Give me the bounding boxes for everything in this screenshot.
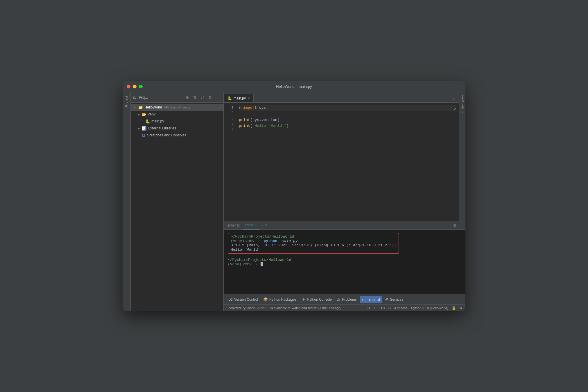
services-label: Services <box>390 297 403 302</box>
scratch-icon: 🗒 <box>142 133 146 138</box>
status-line-ending[interactable]: LF <box>374 306 378 310</box>
check-mark: ✓ <box>453 105 457 113</box>
bottom-toolbar: ⎇ Version Control 📦 Python Packages ≫ Py… <box>224 294 465 304</box>
terminal-content[interactable]: ~/PycharmProjects/HelloWorld (venv) venv… <box>224 230 465 294</box>
toolbar-hide-icon[interactable]: — <box>215 95 221 100</box>
line-num-3: 3 <box>224 116 234 122</box>
version-control-button[interactable]: ⎇ Version Control <box>226 296 260 303</box>
titlebar: HelloWorld – main.py <box>123 81 465 92</box>
problems-button[interactable]: ⚠ Problems <box>335 296 359 303</box>
editor-area: 🐍 main.py ✕ ⋮ 1 2 <box>224 92 459 221</box>
project-panel: 🗂 Proj... ⊕ ⇅ ⇄ ⚙ — ▾ 📁 HelloWorld ~/Pyc… <box>131 92 224 311</box>
term-path-2: ~/PycharmProjects/HelloWorld <box>228 258 461 262</box>
status-python[interactable]: Python 3.10 (HelloWorld) <box>411 306 448 310</box>
var-sys: sys <box>252 117 259 123</box>
term-cmd-file: main.py <box>282 239 298 243</box>
folder-venv-icon: 📂 <box>142 112 146 117</box>
terminal-button[interactable]: ▭ Terminal <box>360 296 382 303</box>
terminal-icon: ▭ <box>362 297 365 302</box>
line-num-1: 1 <box>224 105 234 111</box>
tree-item-extlibs-label: External Libraries <box>148 126 176 130</box>
sidebar-strip: Project <box>123 92 131 311</box>
tree-item-scratches-label: Scratches and Consoles <box>147 133 187 137</box>
toolbar-expand-icon[interactable]: ⇄ <box>200 95 205 100</box>
tree-chevron-extlibs: ▶ <box>138 127 142 130</box>
python-packages-icon: 📦 <box>263 297 268 302</box>
tree-chevron-root: ▾ <box>134 106 138 109</box>
status-settings-icon[interactable]: ⚙ <box>459 306 462 310</box>
code-line-1: ▶ import sys <box>239 105 456 111</box>
tab-mainpy[interactable]: 🐍 main.py ✕ <box>224 94 254 102</box>
terminal-output-block: ~/PycharmProjects/HelloWorld (venv) venv… <box>228 233 399 254</box>
code-editor[interactable]: ▶ import sys print ( sys . <box>235 103 459 221</box>
py-file-icon: 🐍 <box>145 119 150 124</box>
project-name: HelloWorld <box>144 105 162 109</box>
services-button[interactable]: ◎ Services <box>383 296 406 303</box>
toolbar-sort-icon[interactable]: ⇅ <box>192 95 198 100</box>
toolbar-settings-icon[interactable]: ⚙ <box>207 95 213 100</box>
var-version: version <box>261 117 277 123</box>
notifications-strip: Notifications <box>459 92 465 221</box>
python-console-label: Python Console <box>307 297 332 302</box>
tree-item-extlibs[interactable]: ▶ 📊 External Libraries <box>131 125 223 132</box>
status-encoding[interactable]: UTF-8 <box>381 306 391 310</box>
tree-item-root[interactable]: ▾ 📁 HelloWorld ~/PycharmProjects <box>131 104 223 111</box>
toolbar-add-icon[interactable]: ⊕ <box>185 95 190 100</box>
tree-item-venv[interactable]: ▶ 📂 venv <box>131 111 223 118</box>
status-bar: Localized PyCharm 2022.1.3 is available … <box>224 304 465 311</box>
term-arrow-2: › <box>253 262 259 266</box>
main-area: Project 🗂 Proj... ⊕ ⇅ ⇄ ⚙ — ▾ 📁 HelloWor… <box>123 92 465 311</box>
term-venv-name-2: venv <box>243 262 252 266</box>
term-output-1: 3.10.5 (main, Jul 11 2022, 17:13:07) [Cl… <box>231 243 396 247</box>
line-num-2: 2 <box>224 111 234 116</box>
status-indent[interactable]: 4 spaces <box>394 306 408 310</box>
maximize-button[interactable] <box>139 85 143 88</box>
term-session-2: ~/PycharmProjects/HelloWorld (venv) venv… <box>228 258 461 266</box>
import-sys: sys <box>259 105 266 111</box>
tree-item-mainpy-label: main.py <box>151 119 164 123</box>
tree-chevron-venv: ▶ <box>138 113 142 116</box>
terminal-add-button[interactable]: + <box>259 223 265 228</box>
status-lock-icon[interactable]: 🔒 <box>452 306 456 310</box>
tab-close-button[interactable]: ✕ <box>248 97 250 100</box>
terminal-tab-close[interactable]: ✕ <box>254 223 257 227</box>
python-packages-label: Python Packages <box>269 297 296 302</box>
code-line-4: print ( "Hello, World!" ) <box>239 123 456 129</box>
notifications-label: Notifications <box>461 95 464 113</box>
tab-icon: 🐍 <box>227 96 232 100</box>
terminal-tab-local[interactable]: Local ✕ <box>243 221 259 229</box>
minimize-button[interactable] <box>133 85 137 88</box>
python-console-button[interactable]: ≫ Python Console <box>299 296 334 303</box>
terminal-tab-local-label: Local <box>245 223 253 227</box>
tree-item-venv-label: venv <box>148 112 155 116</box>
run-arrow-icon: ▶ <box>239 105 241 111</box>
term-venv-prefix: (venv) <box>231 239 244 243</box>
python-packages-button[interactable]: 📦 Python Packages <box>261 296 299 303</box>
bottom-section: Terminal: Local ✕ + ▾ ⚙ — <box>224 221 465 311</box>
tabs-actions: ⋮ <box>451 97 459 102</box>
term-venv-prefix-2: (venv) <box>228 262 241 266</box>
tree-item-mainpy[interactable]: 🐍 main.py <box>131 118 223 125</box>
terminal-settings-icon[interactable]: ⚙ <box>453 223 457 228</box>
fn-print-2: print <box>239 123 250 129</box>
version-control-icon: ⎇ <box>228 297 233 302</box>
editor-content: 1 2 3 4 5 ▶ import sys <box>224 103 459 221</box>
editor-tabs: 🐍 main.py ✕ ⋮ <box>224 92 459 103</box>
project-toolbar: 🗂 Proj... ⊕ ⇅ ⇄ ⚙ — <box>131 92 223 103</box>
str-hello: "Hello, World!" <box>252 123 286 129</box>
status-position[interactable]: 5:1 <box>366 306 370 310</box>
close-button[interactable] <box>127 85 130 88</box>
more-tabs-icon[interactable]: ⋮ <box>451 97 457 102</box>
project-tree: ▾ 📁 HelloWorld ~/PycharmProjects ▶ 📂 ven… <box>131 103 223 311</box>
term-path-1: ~/PycharmProjects/HelloWorld <box>231 234 396 239</box>
folder-icon: 📁 <box>138 105 143 110</box>
status-message: Localized PyCharm 2022.1.3 is available … <box>227 306 342 310</box>
terminal-label-btn: Terminal <box>367 297 380 302</box>
tree-item-scratches[interactable]: 🗒 Scratches and Consoles <box>131 132 223 139</box>
terminal-hide-icon[interactable]: — <box>459 223 463 228</box>
term-cmd-python: python <box>263 239 277 243</box>
terminal-dropdown-button[interactable]: ▾ <box>265 223 267 227</box>
term-prompt-2: (venv) venv › <box>228 262 461 266</box>
code-line-5 <box>239 129 456 135</box>
project-panel-icon: 🗂 <box>133 95 137 99</box>
